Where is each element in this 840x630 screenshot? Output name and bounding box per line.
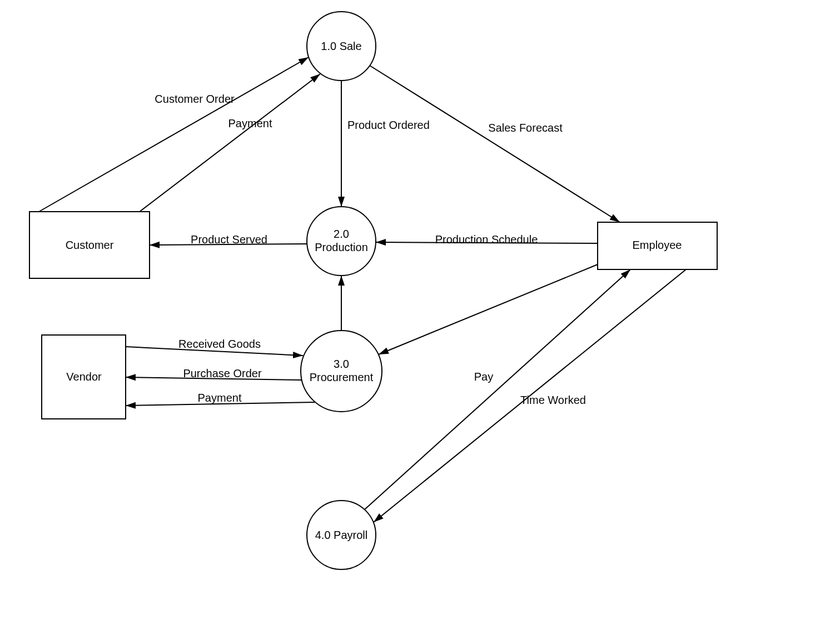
- sales-forecast-label: Sales Forecast: [488, 122, 563, 134]
- product-ordered-label: Product Ordered: [347, 119, 430, 131]
- production-label-2: Production: [315, 241, 368, 253]
- customer-order-label: Customer Order: [155, 93, 235, 105]
- time-worked-label: Time Worked: [520, 394, 586, 406]
- vendor-label: Vendor: [66, 371, 102, 383]
- sales-forecast-edge: [370, 66, 620, 222]
- payment-to-sale-label: Payment: [228, 117, 272, 129]
- received-goods-label: Received Goods: [178, 338, 261, 350]
- payroll-label: 4.0 Payroll: [315, 529, 368, 541]
- customer-order-edge: [39, 57, 309, 212]
- production-label-1: 2.0: [334, 228, 349, 240]
- procurement-label-1: 3.0: [334, 358, 349, 370]
- procurement-label-2: Procurement: [310, 371, 374, 383]
- employee-to-procurement-edge: [379, 264, 598, 354]
- payment-to-vendor-label: Payment: [198, 392, 242, 404]
- pay-label: Pay: [474, 371, 493, 383]
- production-schedule-label: Production Schedule: [435, 233, 538, 246]
- employee-label: Employee: [633, 239, 682, 251]
- sale-label: 1.0 Sale: [321, 40, 361, 52]
- product-served-label: Product Served: [191, 233, 267, 246]
- customer-label: Customer: [66, 239, 114, 251]
- purchase-order-label: Purchase Order: [183, 367, 262, 379]
